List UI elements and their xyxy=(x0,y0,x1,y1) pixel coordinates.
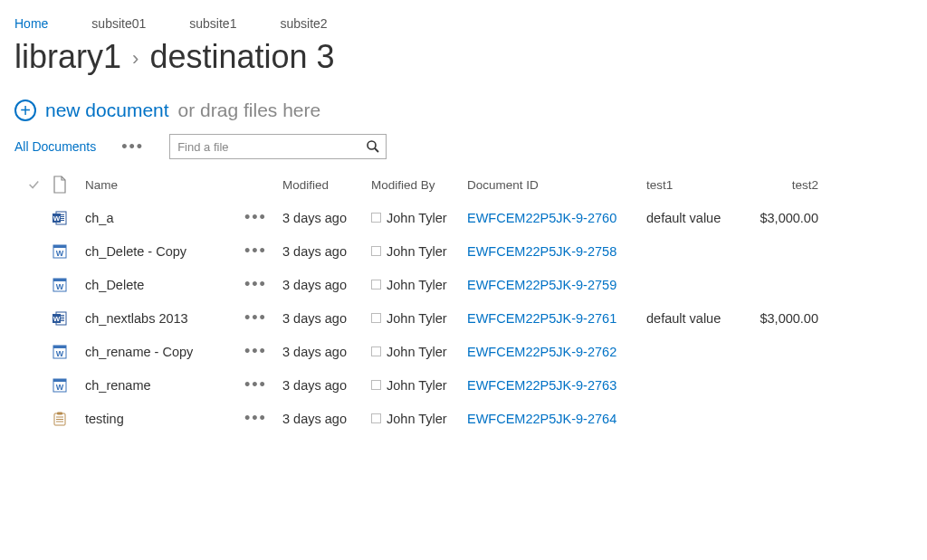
row-menu-icon[interactable]: ••• xyxy=(244,275,282,294)
docid-link[interactable]: EWFCEM22P5JK-9-2762 xyxy=(467,345,616,359)
table-header: Name Modified Modified By Document ID te… xyxy=(14,176,913,194)
test2-value: $3,000.00 xyxy=(746,211,818,225)
modifiedby-value: John Tyler xyxy=(371,211,467,225)
type-column-icon[interactable] xyxy=(53,176,85,194)
row-menu-icon[interactable]: ••• xyxy=(244,375,282,394)
row-menu-icon[interactable]: ••• xyxy=(244,308,282,327)
column-test2[interactable]: test2 xyxy=(746,178,818,192)
docid-value: EWFCEM22P5JK-9-2761 xyxy=(467,311,646,326)
docid-link[interactable]: EWFCEM22P5JK-9-2760 xyxy=(467,211,616,225)
column-docid[interactable]: Document ID xyxy=(467,178,646,192)
table-row[interactable]: ch_Delete•••3 days agoJohn TylerEWFCEM22… xyxy=(14,268,913,301)
new-document-row: + new document or drag files here xyxy=(14,100,913,121)
table-row[interactable]: ch_rename - Copy•••3 days agoJohn TylerE… xyxy=(14,335,913,368)
file-name[interactable]: ch_rename - Copy xyxy=(85,345,244,359)
modifiedby-value: John Tyler xyxy=(371,244,467,259)
test2-value: $3,000.00 xyxy=(746,311,818,326)
modifiedby-value: John Tyler xyxy=(371,311,467,326)
table-row[interactable]: ch_Delete - Copy•••3 days agoJohn TylerE… xyxy=(14,234,913,268)
file-name[interactable]: testing xyxy=(85,412,244,426)
table-row[interactable]: ch_a•••3 days agoJohn TylerEWFCEM22P5JK-… xyxy=(14,201,913,234)
file-type-icon xyxy=(53,211,85,225)
modified-value: 3 days ago xyxy=(282,345,371,359)
topnav-subsite1[interactable]: subsite1 xyxy=(189,16,236,31)
svg-line-1 xyxy=(375,148,378,152)
docid-link[interactable]: EWFCEM22P5JK-9-2761 xyxy=(467,311,616,326)
topnav-subsite01[interactable]: subsite01 xyxy=(91,16,146,31)
modifiedby-name[interactable]: John Tyler xyxy=(387,244,447,259)
library-name[interactable]: library1 xyxy=(14,38,121,76)
column-test1[interactable]: test1 xyxy=(646,178,746,192)
folder-name: destination 3 xyxy=(149,38,334,76)
column-modifiedby[interactable]: Modified By xyxy=(371,178,467,192)
docid-value: EWFCEM22P5JK-9-2762 xyxy=(467,345,646,359)
modifiedby-name[interactable]: John Tyler xyxy=(387,211,447,225)
file-type-icon xyxy=(53,412,85,426)
view-more-icon[interactable]: ••• xyxy=(121,138,144,157)
topnav-home[interactable]: Home xyxy=(14,16,48,31)
modifiedby-name[interactable]: John Tyler xyxy=(387,278,447,292)
row-menu-icon[interactable]: ••• xyxy=(244,242,282,261)
row-menu-icon[interactable]: ••• xyxy=(244,342,282,361)
presence-icon xyxy=(371,380,381,390)
select-all-column[interactable] xyxy=(14,178,53,191)
modifiedby-value: John Tyler xyxy=(371,278,467,292)
modifiedby-value: John Tyler xyxy=(371,378,467,393)
modifiedby-value: John Tyler xyxy=(371,345,467,359)
svg-point-0 xyxy=(368,141,376,149)
presence-icon xyxy=(371,313,381,323)
docid-value: EWFCEM22P5JK-9-2764 xyxy=(467,412,646,426)
file-name[interactable]: ch_Delete xyxy=(85,278,244,292)
file-type-icon xyxy=(53,278,85,292)
page-title: library1 › destination 3 xyxy=(14,38,913,76)
docid-link[interactable]: EWFCEM22P5JK-9-2758 xyxy=(467,244,616,259)
presence-icon xyxy=(371,280,381,289)
row-menu-icon[interactable]: ••• xyxy=(244,409,282,428)
table-row[interactable]: testing•••3 days agoJohn TylerEWFCEM22P5… xyxy=(14,402,913,435)
docid-value: EWFCEM22P5JK-9-2759 xyxy=(467,278,646,292)
chevron-right-icon: › xyxy=(132,47,139,71)
modified-value: 3 days ago xyxy=(282,311,371,326)
presence-icon xyxy=(371,213,381,223)
modifiedby-name[interactable]: John Tyler xyxy=(387,311,447,326)
file-type-icon xyxy=(53,345,85,359)
file-name[interactable]: ch_rename xyxy=(85,378,244,393)
modifiedby-name[interactable]: John Tyler xyxy=(387,345,447,359)
row-menu-icon[interactable]: ••• xyxy=(244,208,282,227)
modified-value: 3 days ago xyxy=(282,211,371,225)
search-input[interactable] xyxy=(177,140,366,154)
table-row[interactable]: ch_rename•••3 days agoJohn TylerEWFCEM22… xyxy=(14,368,913,402)
column-modified[interactable]: Modified xyxy=(282,178,371,192)
modifiedby-name[interactable]: John Tyler xyxy=(387,378,447,393)
docid-link[interactable]: EWFCEM22P5JK-9-2759 xyxy=(467,278,616,292)
modified-value: 3 days ago xyxy=(282,378,371,393)
document-table: Name Modified Modified By Document ID te… xyxy=(14,176,913,435)
docid-value: EWFCEM22P5JK-9-2760 xyxy=(467,211,646,225)
new-document-hint: or drag files here xyxy=(178,100,321,121)
modified-value: 3 days ago xyxy=(282,244,371,259)
modified-value: 3 days ago xyxy=(282,278,371,292)
column-name[interactable]: Name xyxy=(85,178,244,192)
view-all-documents[interactable]: All Documents xyxy=(14,139,96,154)
modifiedby-name[interactable]: John Tyler xyxy=(387,412,447,426)
topnav-subsite2[interactable]: subsite2 xyxy=(280,16,327,31)
test1-value: default value xyxy=(646,211,746,225)
top-nav: Home subsite01 subsite1 subsite2 xyxy=(14,16,913,31)
plus-circle-icon[interactable]: + xyxy=(14,100,36,121)
presence-icon xyxy=(371,413,381,423)
table-row[interactable]: ch_nextlabs 2013•••3 days agoJohn TylerE… xyxy=(14,301,913,335)
search-box[interactable] xyxy=(169,134,387,159)
file-name[interactable]: ch_nextlabs 2013 xyxy=(85,311,244,326)
docid-link[interactable]: EWFCEM22P5JK-9-2763 xyxy=(467,378,616,393)
file-name[interactable]: ch_a xyxy=(85,211,244,225)
file-type-icon xyxy=(53,378,85,393)
presence-icon xyxy=(371,246,381,256)
modifiedby-value: John Tyler xyxy=(371,412,467,426)
modified-value: 3 days ago xyxy=(282,412,371,426)
file-name[interactable]: ch_Delete - Copy xyxy=(85,244,244,259)
file-type-icon xyxy=(53,244,85,259)
new-document-link[interactable]: new document xyxy=(45,100,169,121)
docid-link[interactable]: EWFCEM22P5JK-9-2764 xyxy=(467,412,616,426)
search-icon[interactable] xyxy=(366,139,380,154)
docid-value: EWFCEM22P5JK-9-2763 xyxy=(467,378,646,393)
